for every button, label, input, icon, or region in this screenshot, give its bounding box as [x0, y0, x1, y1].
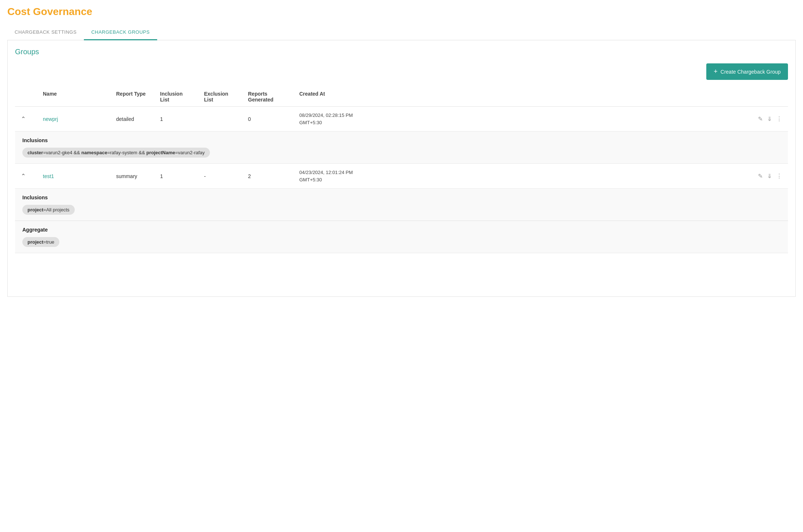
inclusions-tags-test1: project=All projects: [22, 205, 781, 215]
row-actions-test1: ✎ ⇓ ⋮: [753, 173, 782, 180]
col-name-header: Name: [43, 91, 116, 103]
tab-chargeback-settings[interactable]: CHARGEBACK SETTINGS: [7, 25, 84, 40]
expanded-inclusions-test1: Inclusions project=All projects: [15, 188, 788, 221]
inclusions-title-test1: Inclusions: [22, 195, 781, 200]
inclusion-tag-test1-0: project=All projects: [22, 205, 75, 215]
row-reports-generated-test1: 2: [248, 173, 299, 179]
section-title: Groups: [15, 48, 788, 56]
inclusions-title-newprj: Inclusions: [22, 137, 781, 143]
row-reports-generated-newprj: 0: [248, 116, 299, 122]
col-exclusion-list-header: ExclusionList: [204, 91, 248, 103]
page-title: Cost Governance: [7, 6, 796, 18]
table-row-container-test1: ⌃ test1 summary 1 - 2 04/23/2024, 12:01:…: [15, 164, 788, 253]
content-area: Groups + Create Chargeback Group Name Re…: [7, 40, 796, 297]
row-exclusion-list-test1: -: [204, 173, 248, 179]
row-report-type-newprj: detailed: [116, 116, 160, 122]
plus-icon: +: [714, 68, 718, 75]
row-report-type-test1: summary: [116, 173, 160, 179]
col-inclusion-list-header: InclusionList: [160, 91, 204, 103]
aggregate-tag-test1-0: project=true: [22, 237, 59, 247]
row-name-test1[interactable]: test1: [43, 173, 116, 179]
more-icon-newprj[interactable]: ⋮: [776, 115, 782, 122]
table-header: Name Report Type InclusionList Exclusion…: [15, 87, 788, 107]
col-reports-generated-header: ReportsGenerated: [248, 91, 299, 103]
row-created-at-newprj: 08/29/2024, 02:28:15 PMGMT+5:30: [299, 112, 753, 126]
expanded-aggregate-test1: Aggregate project=true: [15, 221, 788, 253]
tabs-bar: CHARGEBACK SETTINGS CHARGEBACK GROUPS: [7, 25, 796, 40]
inclusions-tags-newprj: cluster=varun2-gke4 && namespace=rafay-s…: [22, 148, 781, 158]
col-expand: [21, 91, 43, 103]
row-name-newprj[interactable]: newprj: [43, 116, 116, 122]
table-row: ⌃ test1 summary 1 - 2 04/23/2024, 12:01:…: [15, 164, 788, 188]
table-row: ⌃ newprj detailed 1 0 08/29/2024, 02:28:…: [15, 107, 788, 131]
edit-icon-newprj[interactable]: ✎: [758, 115, 763, 122]
edit-icon-test1[interactable]: ✎: [758, 173, 763, 180]
row-inclusion-list-test1: 1: [160, 173, 204, 179]
create-chargeback-group-button[interactable]: + Create Chargeback Group: [706, 63, 788, 80]
download-icon-newprj[interactable]: ⇓: [767, 115, 772, 122]
col-created-at-header: Created At: [299, 91, 753, 103]
row-actions-newprj: ✎ ⇓ ⋮: [753, 115, 782, 122]
page-wrapper: Cost Governance CHARGEBACK SETTINGS CHAR…: [0, 0, 803, 532]
download-icon-test1[interactable]: ⇓: [767, 173, 772, 180]
row-chevron-test1[interactable]: ⌃: [21, 173, 43, 180]
row-chevron-newprj[interactable]: ⌃: [21, 115, 43, 122]
more-icon-test1[interactable]: ⋮: [776, 173, 782, 180]
aggregate-title-test1: Aggregate: [22, 227, 781, 233]
row-created-at-test1: 04/23/2024, 12:01:24 PMGMT+5:30: [299, 169, 753, 183]
inclusion-tag-newprj-0: cluster=varun2-gke4 && namespace=rafay-s…: [22, 148, 210, 158]
tab-chargeback-groups[interactable]: CHARGEBACK GROUPS: [84, 25, 157, 40]
toolbar: + Create Chargeback Group: [15, 63, 788, 80]
row-inclusion-list-newprj: 1: [160, 116, 204, 122]
col-report-type-header: Report Type: [116, 91, 160, 103]
table-row-container-newprj: ⌃ newprj detailed 1 0 08/29/2024, 02:28:…: [15, 107, 788, 164]
expanded-inclusions-newprj: Inclusions cluster=varun2-gke4 && namesp…: [15, 131, 788, 163]
aggregate-tags-test1: project=true: [22, 237, 781, 247]
col-actions-header: [753, 91, 782, 103]
